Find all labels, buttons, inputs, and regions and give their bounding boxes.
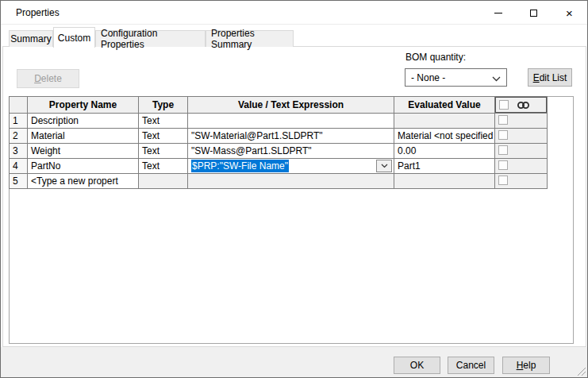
- table-row: 4 PartNo Text $PRP:"SW-File Name" Part1: [10, 159, 548, 174]
- delete-button-label: D: [34, 73, 41, 84]
- delete-button[interactable]: Delete: [17, 69, 79, 88]
- table-header-row: Property Name Type Value / Text Expressi…: [10, 97, 548, 114]
- row-number: 2: [10, 129, 28, 144]
- bom-quantity-label: BOM quantity:: [405, 52, 466, 63]
- header-type: Type: [139, 97, 188, 114]
- cell-value[interactable]: [188, 114, 394, 129]
- table-row: 1 Description Text: [10, 114, 548, 129]
- window-title: Properties: [16, 7, 60, 18]
- bom-quantity-dropdown[interactable]: - None -: [405, 68, 507, 87]
- header-link-column: [495, 97, 548, 114]
- tab-custom-label: Custom: [58, 33, 90, 44]
- header-property-name: Property Name: [28, 97, 139, 114]
- cell-evaluated: Material <not specified: [394, 129, 495, 144]
- cell-evaluated: [394, 174, 495, 189]
- maximize-button[interactable]: [516, 1, 551, 25]
- tab-properties-summary[interactable]: Properties Summary: [206, 30, 294, 47]
- cell-link: [495, 114, 548, 129]
- row-checkbox[interactable]: [498, 176, 508, 185]
- table-row: 3 Weight Text "SW-Mass@Part1.SLDPRT" 0.0…: [10, 144, 548, 159]
- cell-property-name[interactable]: <Type a new propert: [28, 174, 139, 189]
- cell-type[interactable]: Text: [139, 114, 188, 129]
- cancel-button[interactable]: Cancel: [448, 357, 494, 374]
- cell-value[interactable]: "SW-Mass@Part1.SLDPRT": [188, 144, 394, 159]
- row-number: 1: [10, 114, 28, 129]
- row-number: 5: [10, 174, 28, 189]
- chevron-down-icon: [381, 164, 388, 168]
- cancel-button-label: Cancel: [456, 360, 486, 371]
- header-row-number: [10, 97, 28, 114]
- row-number: 4: [10, 159, 28, 174]
- properties-dialog: Properties × Summary Custom Configuratio…: [0, 0, 588, 378]
- combobox-dropdown-button[interactable]: [376, 160, 392, 172]
- bom-quantity-value: - None -: [411, 72, 445, 83]
- tab-summary[interactable]: Summary: [9, 30, 53, 47]
- row-checkbox[interactable]: [498, 160, 508, 170]
- cell-property-name[interactable]: Description: [28, 114, 139, 129]
- table-row: 5 <Type a new propert: [10, 174, 548, 189]
- ok-button[interactable]: OK: [394, 357, 440, 374]
- row-number: 3: [10, 144, 28, 159]
- chevron-down-icon: [492, 76, 501, 82]
- row-checkbox[interactable]: [498, 115, 508, 125]
- selected-value-text: $PRP:"SW-File Name": [191, 160, 289, 172]
- ok-button-label: OK: [410, 360, 424, 371]
- cell-value-combobox[interactable]: $PRP:"SW-File Name": [188, 159, 394, 174]
- link-icon: [517, 101, 530, 110]
- header-value-expression: Value / Text Expression: [188, 97, 394, 114]
- tab-summary-label: Summary: [10, 33, 51, 44]
- resize-grip-icon[interactable]: [575, 365, 586, 376]
- title-bar: Properties ×: [1, 1, 587, 25]
- close-button[interactable]: ×: [551, 1, 587, 25]
- tab-configuration-properties-label: Configuration Properties: [101, 28, 200, 50]
- cell-type[interactable]: Text: [139, 129, 188, 144]
- cell-type[interactable]: Text: [139, 144, 188, 159]
- cell-link: [495, 144, 548, 159]
- close-icon: ×: [566, 7, 573, 19]
- cell-property-name[interactable]: Weight: [28, 144, 139, 159]
- properties-table-container: Property Name Type Value / Text Expressi…: [9, 96, 574, 344]
- tab-custom[interactable]: Custom: [53, 27, 95, 48]
- row-checkbox[interactable]: [498, 130, 508, 140]
- maximize-icon: [530, 10, 537, 17]
- cell-property-name[interactable]: PartNo: [28, 159, 139, 174]
- minimize-button[interactable]: [480, 1, 516, 25]
- cell-evaluated: [394, 114, 495, 129]
- cell-link: [495, 159, 548, 174]
- dialog-footer: [1, 347, 587, 378]
- cell-property-name[interactable]: Material: [28, 129, 139, 144]
- cell-link: [495, 129, 548, 144]
- cell-evaluated: 0.00: [394, 144, 495, 159]
- help-button[interactable]: Help: [502, 357, 550, 374]
- edit-list-button[interactable]: Edit List: [528, 68, 572, 87]
- cell-type[interactable]: Text: [139, 159, 188, 174]
- row-checkbox[interactable]: [498, 145, 508, 155]
- tab-properties-summary-label: Properties Summary: [211, 28, 288, 50]
- cell-value[interactable]: "SW-Material@Part1.SLDPRT": [188, 129, 394, 144]
- properties-table: Property Name Type Value / Text Expressi…: [9, 96, 548, 189]
- table-row: 2 Material Text "SW-Material@Part1.SLDPR…: [10, 129, 548, 144]
- header-evaluated-value: Evaluated Value: [394, 97, 495, 114]
- minimize-icon: [494, 13, 502, 14]
- header-checkbox[interactable]: [499, 100, 509, 110]
- cell-evaluated: Part1: [394, 159, 495, 174]
- cell-value: [188, 174, 394, 189]
- cell-link: [495, 174, 548, 189]
- tab-configuration-properties[interactable]: Configuration Properties: [95, 30, 206, 47]
- edit-list-label: E: [533, 72, 540, 83]
- cell-type: [139, 174, 188, 189]
